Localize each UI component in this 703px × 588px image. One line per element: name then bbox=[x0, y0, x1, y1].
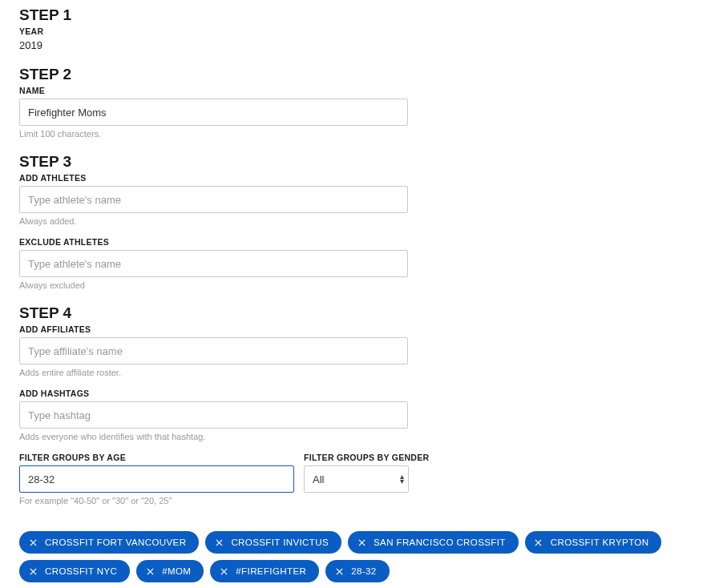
exclude-athletes-helper: Always excluded bbox=[19, 280, 684, 290]
add-affiliates-input[interactable] bbox=[19, 337, 408, 364]
add-hashtags-label: ADD HASHTAGS bbox=[19, 389, 684, 398]
add-affiliates-helper: Adds entire affiliate roster. bbox=[19, 368, 684, 377]
add-athletes-helper: Always added. bbox=[19, 216, 684, 226]
chip-label: SAN FRANCISCO CROSSFIT bbox=[374, 538, 506, 547]
chip-label: #MOM bbox=[162, 566, 191, 576]
year-value: 2019 bbox=[19, 39, 684, 51]
close-icon[interactable] bbox=[335, 567, 343, 575]
chip-label: 28-32 bbox=[351, 566, 376, 576]
add-athletes-label: ADD ATHLETES bbox=[19, 173, 684, 183]
filter-chip[interactable]: CROSSFIT NYC bbox=[19, 560, 130, 582]
chip-label: CROSSFIT FORT VANCOUVER bbox=[45, 538, 186, 547]
add-affiliates-label: ADD AFFILIATES bbox=[19, 324, 684, 334]
step-2-heading: STEP 2 bbox=[19, 66, 684, 83]
chip-label: #FIREFIGHTER bbox=[236, 566, 306, 576]
step-2: STEP 2 NAME Limit 100 characters. bbox=[19, 66, 684, 139]
add-hashtags-input[interactable] bbox=[19, 401, 408, 429]
filter-age-label: FILTER GROUPS BY AGE bbox=[19, 453, 294, 462]
filter-age-input[interactable] bbox=[19, 465, 294, 493]
chip-label: CROSSFIT INVICTUS bbox=[231, 538, 329, 547]
step-3-heading: STEP 3 bbox=[19, 153, 684, 171]
name-label: NAME bbox=[19, 86, 684, 95]
exclude-athletes-label: EXCLUDE ATHLETES bbox=[19, 237, 684, 247]
year-label: YEAR bbox=[19, 26, 684, 36]
filter-age-helper: For example "40-50" or "30" or "20, 25" bbox=[19, 496, 294, 505]
add-athletes-input[interactable] bbox=[19, 186, 408, 213]
close-icon[interactable] bbox=[220, 567, 228, 575]
filter-chip[interactable]: #MOM bbox=[136, 560, 204, 582]
filter-chips: CROSSFIT FORT VANCOUVERCROSSFIT INVICTUS… bbox=[19, 531, 685, 582]
filter-chip[interactable]: 28-32 bbox=[325, 560, 389, 582]
filter-gender-label: FILTER GROUPS BY GENDER bbox=[304, 453, 429, 462]
filter-chip[interactable]: CROSSFIT KRYPTON bbox=[525, 531, 662, 554]
exclude-athletes-input[interactable] bbox=[19, 250, 408, 277]
add-hashtags-helper: Adds everyone who identifies with that h… bbox=[19, 432, 684, 441]
name-helper: Limit 100 characters. bbox=[19, 129, 684, 139]
step-3: STEP 3 ADD ATHLETES Always added. EXCLUD… bbox=[19, 153, 684, 290]
filter-chip[interactable]: #FIREFIGHTER bbox=[210, 560, 319, 582]
step-4-heading: STEP 4 bbox=[19, 304, 684, 322]
filter-gender-select[interactable]: All bbox=[304, 465, 409, 493]
close-icon[interactable] bbox=[535, 538, 543, 546]
close-icon[interactable] bbox=[29, 567, 37, 575]
filter-chip[interactable]: SAN FRANCISCO CROSSFIT bbox=[348, 531, 519, 554]
step-1-heading: STEP 1 bbox=[19, 6, 684, 24]
close-icon[interactable] bbox=[29, 538, 37, 546]
chip-label: CROSSFIT NYC bbox=[45, 566, 117, 576]
step-4: STEP 4 ADD AFFILIATES Adds entire affili… bbox=[19, 304, 684, 505]
chip-label: CROSSFIT KRYPTON bbox=[551, 538, 649, 547]
step-1: STEP 1 YEAR 2019 bbox=[19, 6, 684, 51]
close-icon[interactable] bbox=[215, 538, 223, 546]
close-icon[interactable] bbox=[146, 567, 154, 575]
close-icon[interactable] bbox=[358, 538, 366, 546]
name-input[interactable] bbox=[19, 99, 408, 126]
filter-chip[interactable]: CROSSFIT INVICTUS bbox=[205, 531, 341, 554]
filter-chip[interactable]: CROSSFIT FORT VANCOUVER bbox=[19, 531, 199, 554]
